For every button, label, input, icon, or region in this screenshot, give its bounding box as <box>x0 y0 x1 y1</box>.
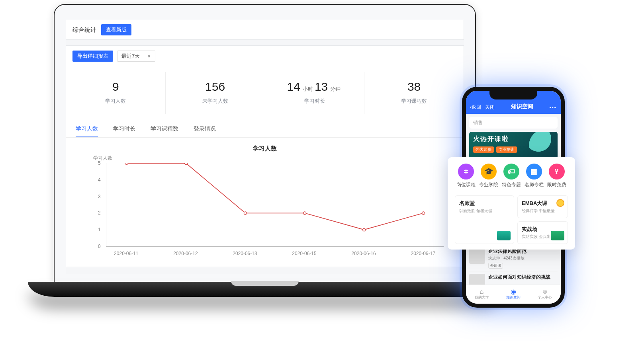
search-placeholder: 销售 <box>473 120 483 125</box>
nav-title: 知识空间 <box>499 103 545 111</box>
svg-point-5 <box>422 212 425 215</box>
tab-courses[interactable]: 学习课程数 <box>151 125 178 137</box>
category-icon: 🎓 <box>481 164 497 179</box>
chart-title: 学习人数 <box>82 145 448 152</box>
toolbar: 导出详细报表 最近7天 ▼ <box>66 46 464 66</box>
avatar <box>469 248 485 264</box>
nav-back-button[interactable]: ‹返回 <box>470 104 481 111</box>
course-tag: 外部课 <box>488 263 503 269</box>
export-report-button[interactable]: 导出详细报表 <box>72 51 113 62</box>
x-tick-label: 2020-06-17 <box>411 251 435 256</box>
avatar <box>469 274 485 285</box>
tabbar-home[interactable]: ⌂ 我的大学 <box>475 289 489 300</box>
more-icon[interactable]: ••• <box>549 105 557 111</box>
stat-learners: 9 学习人数 <box>66 72 166 114</box>
course-title: 企业如何面对知识经济的挑战 <box>488 274 550 281</box>
laptop-base <box>28 282 502 297</box>
promo-banner[interactable]: 火热开课啦 强大师资 专业培训 <box>469 132 558 159</box>
category-item[interactable]: 🎓专业学院 <box>479 164 498 188</box>
phone-notch <box>489 91 537 99</box>
category-label: 限时免费 <box>547 181 566 188</box>
y-tick-label: 4 <box>98 177 101 183</box>
course-item[interactable]: 企业如何面对知识经济的挑战 <box>469 271 558 285</box>
category-label: 特色专题 <box>502 181 521 188</box>
category-icon: 🏷 <box>503 164 519 179</box>
category-label: 岗位课程 <box>456 181 476 188</box>
floating-grid-card: ⌗岗位课程🎓专业学院🏷特色专题▤名师专栏¥限时免费 名师堂 以新致胜 领者无疆 … <box>448 157 575 250</box>
chart-ylabel: 学习人数 <box>93 155 448 162</box>
x-tick-label: 2020-06-15 <box>292 251 316 256</box>
user-icon: ☺ <box>538 289 552 295</box>
x-tick-label: 2020-06-16 <box>351 251 376 256</box>
y-tick-label: 2 <box>98 210 101 216</box>
x-tick-label: 2020-06-11 <box>114 251 138 256</box>
home-icon: ⌂ <box>475 289 489 295</box>
chart-tabs: 学习人数 学习时长 学习课程数 登录情况 <box>66 120 464 138</box>
y-tick-label: 3 <box>98 194 101 199</box>
tab-learners[interactable]: 学习人数 <box>76 125 98 137</box>
medal-icon <box>556 199 564 207</box>
y-tick-label: 5 <box>98 160 101 166</box>
tile-thumb-icon <box>497 231 511 240</box>
date-range-value: 最近7天 <box>121 53 140 60</box>
tabbar-profile[interactable]: ☺ 个人中心 <box>538 289 552 300</box>
page-header: 综合统计 查看新版 <box>66 20 464 40</box>
category-item[interactable]: 🏷特色专题 <box>502 164 521 188</box>
stat-value: 38 <box>368 80 460 94</box>
category-item[interactable]: ▤名师专栏 <box>525 164 544 188</box>
banner-title: 火热开课啦 <box>473 135 554 143</box>
svg-point-1 <box>184 163 187 165</box>
tile-subtitle: 经典商学 中坚砥量 <box>522 208 564 214</box>
phone-tabbar: ⌂ 我的大学 ◉ 知识空间 ☺ 个人中心 <box>466 285 561 304</box>
compass-icon: ◉ <box>506 289 521 295</box>
view-new-version-button[interactable]: 查看新版 <box>101 24 131 35</box>
banner-pill: 专业培训 <box>496 146 517 153</box>
admin-page: 综合统计 查看新版 导出详细报表 最近7天 ▼ 9 学习人数 156 <box>66 20 464 274</box>
tab-logins[interactable]: 登录情况 <box>194 125 216 137</box>
course-meta: 沈志坤 4243次播放 <box>488 256 527 261</box>
x-tick-label: 2020-06-13 <box>233 251 257 256</box>
y-tick-label: 1 <box>98 227 101 232</box>
tabbar-knowledge[interactable]: ◉ 知识空间 <box>506 289 521 300</box>
stat-non-learners: 156 未学习人数 <box>166 72 265 114</box>
tile-emba[interactable]: EMBA大课 经典商学 中坚砥量 <box>517 195 568 218</box>
stat-value: 14小时13分钟 <box>269 80 360 94</box>
stat-label: 未学习人数 <box>170 98 261 105</box>
svg-point-3 <box>303 212 306 215</box>
chevron-down-icon: ▼ <box>147 54 151 59</box>
plot-area <box>106 163 444 247</box>
laptop-hinge-notch <box>231 281 299 286</box>
stat-value: 9 <box>70 80 161 94</box>
tab-duration[interactable]: 学习时长 <box>113 125 135 137</box>
main-card: 导出详细报表 最近7天 ▼ 9 学习人数 156 未学习人数 <box>66 45 464 267</box>
search-input[interactable]: 销售 <box>469 117 558 129</box>
category-label: 名师专栏 <box>525 181 544 188</box>
stat-label: 学习人数 <box>70 98 161 105</box>
tile-subtitle: 以新致胜 领者无疆 <box>459 208 510 214</box>
category-item[interactable]: ¥限时免费 <box>547 164 566 188</box>
stat-duration: 14小时13分钟 学习时长 <box>265 72 365 114</box>
page-title: 综合统计 <box>72 26 96 34</box>
stats-row: 9 学习人数 156 未学习人数 14小时13分钟 学习时长 38 学习课程数 <box>66 72 464 114</box>
category-item[interactable]: ⌗岗位课程 <box>456 164 476 188</box>
chart-area: 学习人数 学习人数 0123452020-06-112020-06-122020… <box>66 138 464 267</box>
y-tick-label: 0 <box>98 244 101 249</box>
tile-title: 名师堂 <box>459 200 510 207</box>
x-tick-label: 2020-06-12 <box>173 251 198 256</box>
stat-value: 156 <box>170 80 261 94</box>
svg-point-0 <box>125 163 128 165</box>
category-grid: ⌗岗位课程🎓专业学院🏷特色专题▤名师专栏¥限时免费 <box>455 164 568 188</box>
svg-point-4 <box>363 228 366 231</box>
nav-close-button[interactable]: 关闭 <box>485 104 495 111</box>
category-icon: ⌗ <box>458 164 474 179</box>
category-label: 专业学院 <box>479 181 498 188</box>
stat-label: 学习时长 <box>269 98 360 105</box>
banner-pill: 强大师资 <box>473 146 494 153</box>
line-chart: 0123452020-06-112020-06-122020-06-132020… <box>82 163 448 259</box>
category-icon: ¥ <box>549 164 565 179</box>
tile-mingshitang[interactable]: 名师堂 以新致胜 领者无疆 <box>455 195 514 244</box>
tile-shizhanchang[interactable]: 实战场 实站实效 金兵出鞘 <box>517 221 568 244</box>
date-range-select[interactable]: 最近7天 ▼ <box>117 51 155 62</box>
svg-point-2 <box>244 212 247 215</box>
stat-courses: 38 学习课程数 <box>364 72 464 114</box>
